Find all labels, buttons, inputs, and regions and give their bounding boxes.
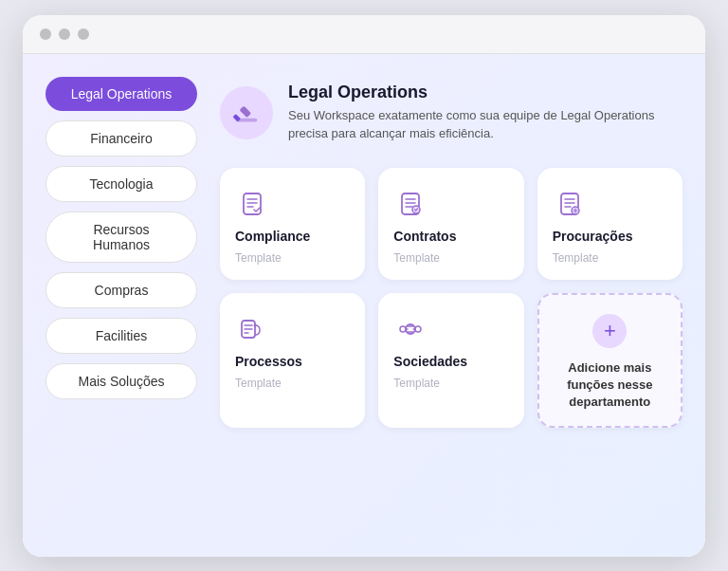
procuracoes-icon [553, 187, 587, 221]
compliance-title: Compliance [235, 229, 310, 244]
compliance-subtitle: Template [235, 251, 282, 265]
sidebar-item-mais-solucoes[interactable]: Mais Soluções [46, 363, 197, 399]
svg-point-23 [254, 323, 257, 326]
contratos-title: Contratos [393, 229, 456, 244]
svg-rect-3 [244, 193, 261, 214]
contratos-icon [393, 187, 428, 221]
sociedades-icon [393, 312, 428, 346]
card-contratos[interactable]: Contratos Template [378, 168, 523, 280]
add-more-title: Adicione mais funções nesse departamento [555, 359, 665, 412]
browser-titlebar [23, 15, 705, 54]
card-sociedades[interactable]: Sociedades Template [378, 293, 523, 429]
card-procuracoes[interactable]: Procurações Template [537, 168, 682, 280]
compliance-icon [235, 187, 269, 221]
processos-title: Processos [235, 354, 302, 369]
window-dot-3 [78, 28, 89, 40]
sidebar-item-financeiro[interactable]: Financeiro [46, 120, 197, 157]
browser-content: Legal Operations Financeiro Tecnologia R… [23, 54, 705, 557]
procuracoes-subtitle: Template [553, 251, 599, 265]
sociedades-title: Sociedades [393, 354, 467, 369]
processos-icon [235, 312, 269, 346]
dept-title: Legal Operations [288, 83, 682, 102]
dept-description: Seu Workspace exatamente como sua equipe… [288, 106, 682, 143]
card-processos[interactable]: Processos Template [220, 293, 365, 429]
dept-icon-wrap [220, 86, 273, 139]
card-compliance[interactable]: Compliance Template [220, 168, 365, 280]
sidebar-item-recursos-humanos[interactable]: Recursos Humanos [46, 212, 197, 263]
contratos-subtitle: Template [393, 251, 440, 265]
cards-grid: Compliance Template [220, 168, 682, 429]
svg-rect-1 [240, 105, 252, 118]
procuracoes-title: Procurações [553, 229, 633, 244]
sidebar-item-tecnologia[interactable]: Tecnologia [46, 166, 197, 202]
sociedades-subtitle: Template [393, 377, 440, 390]
sidebar-item-facilities[interactable]: Facilities [46, 318, 197, 354]
browser-window: Legal Operations Financeiro Tecnologia R… [23, 15, 705, 557]
dept-header-text: Legal Operations Seu Workspace exatament… [288, 83, 682, 143]
card-add-more[interactable]: + Adicione mais funções nesse departamen… [537, 293, 682, 429]
sidebar: Legal Operations Financeiro Tecnologia R… [46, 77, 197, 534]
add-plus-icon: + [592, 314, 627, 348]
main-content: Legal Operations Seu Workspace exatament… [220, 77, 682, 534]
sidebar-item-legal-operations[interactable]: Legal Operations [46, 77, 197, 111]
sidebar-item-compras[interactable]: Compras [46, 272, 197, 308]
processos-subtitle: Template [235, 377, 282, 390]
gavel-icon [232, 99, 261, 127]
window-dot-1 [40, 28, 51, 40]
window-dot-2 [59, 28, 70, 40]
dept-header: Legal Operations Seu Workspace exatament… [220, 77, 682, 149]
